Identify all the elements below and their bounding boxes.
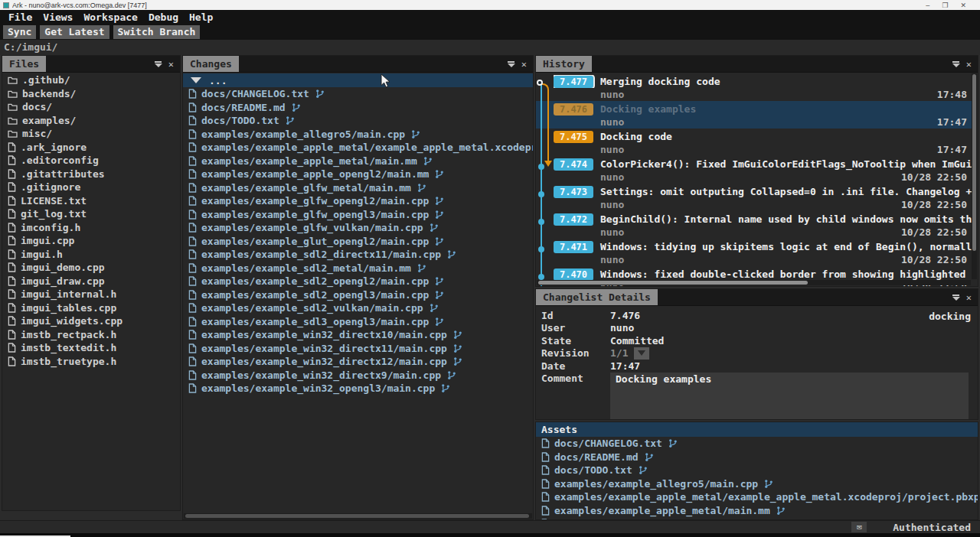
changed-file-item[interactable]: examples/example_sdl2_metal/main.mm	[183, 262, 533, 275]
revision-dropdown[interactable]	[634, 347, 649, 360]
changed-file-item[interactable]: examples/example_apple_metal/main.mm	[183, 155, 533, 168]
commit-row[interactable]: 7.474 ColorPicker4(): Fixed ImGuiColorEd…	[536, 156, 972, 184]
commit-author: nuno	[600, 171, 624, 183]
changed-file-item[interactable]: docs/TODO.txt	[183, 114, 533, 128]
commit-row[interactable]: 7.472 BeginChild(): Internal name used b…	[536, 211, 972, 239]
statusbar: ✉ Authenticated	[0, 520, 980, 533]
file-tree-item[interactable]: imgui.cpp	[2, 234, 180, 248]
menu-workspace[interactable]: Workspace	[78, 11, 142, 23]
changes-root-row[interactable]: ...	[183, 73, 533, 87]
file-tree-item[interactable]: backends/	[2, 87, 180, 101]
maximize-button[interactable]: ❐	[942, 2, 948, 9]
file-tree-item[interactable]: imgui_draw.cpp	[2, 275, 180, 288]
file-tree-item[interactable]: .github/	[2, 73, 180, 87]
file-tree-item[interactable]: imstb_textedit.h	[2, 341, 180, 355]
folder-icon	[8, 90, 18, 98]
envelope-icon[interactable]: ✉	[851, 522, 867, 532]
file-tree-item[interactable]: LICENSE.txt	[2, 194, 180, 208]
file-tree-item[interactable]: imgui_widgets.cpp	[2, 314, 180, 328]
file-icon	[541, 452, 550, 462]
scrollbar-thumb[interactable]	[538, 281, 808, 285]
tab-changes[interactable]: Changes	[183, 56, 239, 72]
changed-file-item[interactable]: examples/example_glut_opengl2/main.cpp	[183, 235, 533, 249]
changed-file-item[interactable]: examples/example_glfw_opengl2/main.cpp	[183, 194, 533, 208]
changed-file-item[interactable]: examples/example_allegro5/main.cpp	[183, 128, 533, 142]
file-tree-item[interactable]: imstb_truetype.h	[2, 355, 180, 369]
file-tree-item[interactable]: imgui_tables.cpp	[2, 301, 180, 315]
menu-file[interactable]: File	[3, 11, 38, 23]
close-panel-icon[interactable]: ✕	[521, 60, 527, 69]
changed-file-item[interactable]: examples/example_win32_directx10/main.cp…	[183, 328, 533, 342]
changed-file-item[interactable]: docs/CHANGELOG.txt	[183, 87, 533, 101]
changed-file-item[interactable]: docs/TODO.txt	[536, 464, 978, 477]
chevron-down-icon[interactable]	[634, 347, 649, 360]
filter-icon[interactable]	[952, 61, 960, 67]
commit-row[interactable]: 7.476 Docking examples nuno 17:47	[536, 101, 972, 129]
changed-file-item[interactable]: examples/example_apple_metal/main.mm	[536, 504, 978, 518]
commit-row[interactable]: 7.477 Merging docking code nuno 17:48	[536, 73, 972, 101]
scrollbar-thumb[interactable]	[185, 514, 529, 518]
file-tree-item[interactable]: .editorconfig	[2, 154, 180, 168]
menu-views[interactable]: Views	[38, 11, 78, 23]
changed-file-item[interactable]: examples/example_glfw_metal/main.mm	[183, 181, 533, 195]
changed-file-item[interactable]: examples/example_apple_metal/example_app…	[183, 141, 533, 155]
file-tree-item[interactable]: examples/	[2, 114, 180, 128]
sync-button[interactable]: Sync	[3, 25, 36, 39]
menu-help[interactable]: Help	[184, 11, 218, 23]
commit-row[interactable]: 7.473 Settings: omit outputing Collapsed…	[536, 184, 972, 211]
scrollbar-thumb[interactable]	[972, 74, 976, 251]
file-tree-item[interactable]: .gitignore	[2, 181, 180, 194]
commit-row[interactable]: 7.471 Windows: tidying up skipitems logi…	[536, 239, 972, 266]
tab-history[interactable]: History	[536, 56, 592, 72]
tab-files[interactable]: Files	[2, 56, 46, 72]
close-button[interactable]: ✕	[960, 2, 966, 9]
changed-file-item[interactable]: examples/example_win32_directx11/main.cp…	[183, 342, 533, 356]
filter-icon[interactable]	[155, 61, 162, 67]
filter-icon[interactable]	[508, 61, 515, 67]
changed-file-item[interactable]: examples/example_sdl2_opengl2/main.cpp	[183, 275, 533, 288]
file-tree-item[interactable]: imgui.h	[2, 248, 180, 262]
file-tree-item[interactable]: docs/	[2, 100, 180, 114]
close-panel-icon[interactable]: ✕	[966, 60, 972, 69]
changed-file-item[interactable]: docs/README.md	[183, 101, 533, 115]
changed-file-item[interactable]: examples/example_allegro5/main.cpp	[536, 477, 978, 491]
close-panel-icon[interactable]: ✕	[168, 60, 174, 69]
changed-file-item[interactable]: examples/example_win32_opengl3/main.cpp	[183, 382, 533, 395]
file-icon	[8, 356, 16, 366]
changed-file-item[interactable]: examples/example_apple_metal/example_app…	[536, 490, 978, 504]
tab-changelist-details[interactable]: Changelist Details	[536, 289, 658, 305]
changed-file-item[interactable]: examples/example_sdl2_opengl3/main.cpp	[183, 288, 533, 302]
switch-branch-button[interactable]: Switch Branch	[113, 25, 201, 39]
commit-row[interactable]: 7.475 Docking code nuno 17:47	[536, 129, 972, 156]
changed-file-item[interactable]: examples/example_sdl3_opengl3/main.cpp	[183, 315, 533, 329]
file-tree-item[interactable]: misc/	[2, 127, 180, 141]
auth-status: Authenticated	[893, 522, 971, 533]
changed-file-item[interactable]: examples/example_apple_opengl2/main.mm	[536, 517, 978, 519]
changed-file-item[interactable]: examples/example_sdl2_vulkan/main.cpp	[183, 301, 533, 315]
changed-file-item[interactable]: docs/README.md	[536, 451, 978, 464]
changed-file-item[interactable]: docs/CHANGELOG.txt	[536, 437, 978, 451]
item-label: examples/example_sdl2_opengl2/main.cpp	[201, 275, 429, 287]
file-tree-item[interactable]: git_log.txt	[2, 207, 180, 221]
file-tree-item[interactable]: imgui_internal.h	[2, 288, 180, 301]
file-tree-item[interactable]: imgui_demo.cpp	[2, 261, 180, 275]
close-panel-icon[interactable]: ✕	[966, 293, 972, 302]
changed-file-item[interactable]: examples/example_glfw_opengl3/main.cpp	[183, 208, 533, 222]
menu-debug[interactable]: Debug	[143, 11, 184, 23]
comment-field[interactable]: Docking examples	[610, 373, 969, 421]
changed-file-item[interactable]: examples/example_win32_directx12/main.cp…	[183, 355, 533, 369]
commit-title: Windows: fixed double-clicked border fro…	[600, 268, 972, 280]
file-tree-item[interactable]: imconfig.h	[2, 221, 180, 235]
changed-file-item[interactable]: examples/example_win32_directx9/main.cpp	[183, 369, 533, 382]
changed-file-item[interactable]: examples/example_apple_opengl2/main.mm	[183, 168, 533, 181]
file-tree-item[interactable]: imstb_rectpack.h	[2, 328, 180, 342]
get-latest-button[interactable]: Get Latest	[40, 25, 109, 39]
changed-file-item[interactable]: examples/example_sdl2_directx11/main.cpp	[183, 248, 533, 262]
commit-author: nuno	[600, 89, 624, 100]
changed-file-item[interactable]: examples/example_glfw_vulkan/main.cpp	[183, 221, 533, 235]
file-tree-item[interactable]: .ark_ignore	[2, 141, 180, 155]
branch-icon	[435, 210, 444, 220]
file-tree-item[interactable]: .gitattributes	[2, 168, 180, 181]
minimize-button[interactable]: –	[926, 2, 929, 9]
filter-icon[interactable]	[952, 295, 960, 301]
